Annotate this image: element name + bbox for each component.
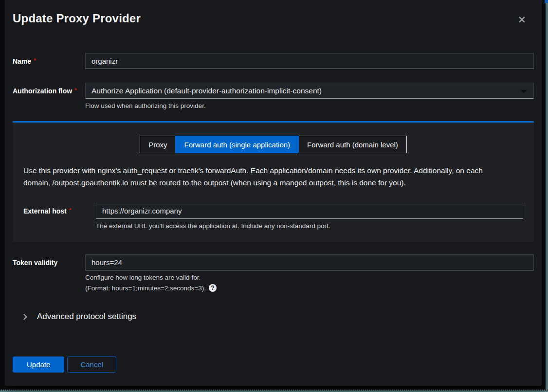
tab-forward-auth-domain-level[interactable]: Forward auth (domain level) bbox=[298, 136, 407, 153]
chevron-down-icon bbox=[521, 90, 527, 93]
authorization-flow-label-text: Authorization flow bbox=[13, 87, 72, 95]
token-validity-help-line1: Configure how long tokens are valid for. bbox=[85, 274, 534, 281]
modal-title: Update Proxy Provider bbox=[13, 12, 534, 25]
token-validity-label: Token validity bbox=[13, 254, 85, 267]
advanced-protocol-settings-toggle[interactable]: Advanced protocol settings bbox=[13, 312, 534, 321]
page-edge-right bbox=[546, 3, 548, 392]
cancel-button[interactable]: Cancel bbox=[67, 356, 116, 373]
token-validity-field-wrap: Configure how long tokens are valid for.… bbox=[85, 254, 534, 292]
required-asterisk: * bbox=[34, 57, 36, 64]
name-row: Name* bbox=[13, 53, 534, 69]
external-host-row: External host* The external URL you'll a… bbox=[23, 203, 523, 230]
token-validity-help-line2: (Format: hours=1;minutes=2;seconds=3). ? bbox=[85, 284, 534, 292]
advanced-protocol-settings-label: Advanced protocol settings bbox=[37, 312, 136, 321]
modal-footer: Update Cancel bbox=[13, 356, 534, 373]
required-asterisk: * bbox=[69, 207, 72, 214]
authorization-flow-label: Authorization flow* bbox=[13, 83, 85, 95]
page-edge-bottom bbox=[0, 390, 548, 392]
authorization-flow-select[interactable]: Authorize Application (default-provider-… bbox=[85, 83, 534, 99]
authorization-flow-help: Flow used when authorizing this provider… bbox=[85, 102, 534, 109]
authorization-flow-row: Authorization flow* Authorize Applicatio… bbox=[13, 83, 534, 109]
tab-proxy[interactable]: Proxy bbox=[140, 136, 176, 153]
proxy-mode-card: Proxy Forward auth (single application) … bbox=[13, 121, 534, 242]
token-validity-input[interactable] bbox=[85, 254, 534, 270]
name-field-wrap bbox=[85, 53, 534, 69]
proxy-mode-tab-bar: Proxy Forward auth (single application) … bbox=[23, 136, 523, 153]
tab-forward-auth-single-application[interactable]: Forward auth (single application) bbox=[175, 136, 299, 153]
update-button[interactable]: Update bbox=[13, 356, 64, 373]
required-asterisk: * bbox=[74, 87, 77, 94]
token-validity-format-text: (Format: hours=1;minutes=2;seconds=3). bbox=[85, 285, 206, 292]
forward-auth-description: Use this provider with nginx's auth_requ… bbox=[23, 164, 523, 189]
token-validity-row: Token validity Configure how long tokens… bbox=[13, 254, 534, 292]
name-label-text: Name bbox=[13, 57, 31, 65]
help-question-icon[interactable]: ? bbox=[209, 284, 217, 292]
update-proxy-provider-modal: Update Proxy Provider × Name* Authorizat… bbox=[5, 0, 542, 386]
authorization-flow-field-wrap: Authorize Application (default-provider-… bbox=[85, 83, 534, 109]
external-host-label: External host* bbox=[23, 203, 96, 215]
external-host-label-text: External host bbox=[23, 207, 67, 215]
external-host-help: The external URL you'll access the appli… bbox=[96, 222, 523, 230]
token-validity-label-text: Token validity bbox=[13, 259, 57, 267]
name-input[interactable] bbox=[85, 53, 534, 69]
external-host-field-wrap: The external URL you'll access the appli… bbox=[96, 203, 523, 230]
name-label: Name* bbox=[13, 53, 85, 65]
authorization-flow-selected-value: Authorize Application (default-provider-… bbox=[91, 87, 322, 95]
modal-header: Update Proxy Provider × bbox=[13, 12, 534, 27]
close-icon[interactable]: × bbox=[517, 15, 526, 25]
external-host-input[interactable] bbox=[96, 203, 523, 219]
chevron-right-icon bbox=[21, 314, 27, 320]
